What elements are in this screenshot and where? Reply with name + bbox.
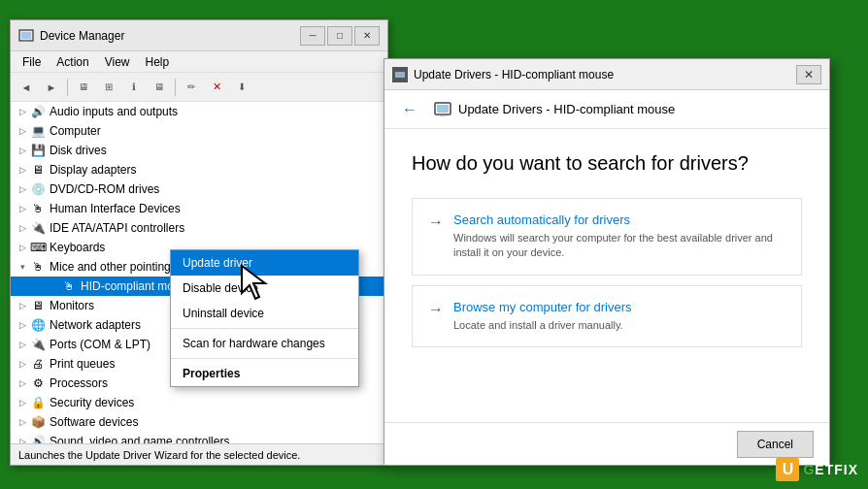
toolbar-btn4[interactable]: 🖥 [148,77,171,98]
item-icon: ⚙ [30,375,46,391]
expand-icon: ▷ [15,220,30,236]
expand-icon: ▷ [15,337,30,352]
list-item[interactable]: ▷ 💾 Disk drives [11,141,387,160]
expand-icon: ▷ [15,104,30,119]
expand-icon: ▷ [15,395,30,410]
item-icon: 📦 [30,414,46,430]
item-icon: ⌨ [30,240,46,255]
list-item[interactable]: ▷ 🖱 Human Interface Devices [11,199,387,218]
dialog-close-button[interactable]: ✕ [796,65,821,84]
context-menu-properties[interactable]: Properties [171,361,358,386]
dialog-footer: Cancel [384,422,829,465]
context-menu-update-driver[interactable]: Update driver [171,250,358,276]
option2-title: Browse my computer for drivers [453,300,785,314]
dialog-title-icon [392,67,408,82]
menu-file[interactable]: File [15,53,49,71]
list-item[interactable]: ▷ 💿 DVD/CD-ROM drives [11,179,387,199]
toolbar-btn5[interactable]: ✏ [180,77,203,98]
device-manager-window: Device Manager ─ □ ✕ File Action View He… [10,19,388,466]
menu-action[interactable]: Action [49,53,96,71]
toolbar-btn6[interactable]: ✕ [205,77,228,98]
expand-icon: ▷ [15,375,30,391]
dialog-title: Update Drivers - HID-compliant mouse [414,68,796,82]
item-icon: 🖨 [30,356,46,372]
item-icon: 🖥 [30,162,46,178]
toolbar: ◄ ► 🖥 ⊞ ℹ 🖥 ✏ ✕ ⬇ [11,73,387,102]
list-item[interactable]: ▷ 📦 Software devices [11,412,387,432]
update-drivers-dialog: Update Drivers - HID-compliant mouse ✕ ←… [384,58,830,466]
cancel-button[interactable]: Cancel [737,431,814,458]
device-manager-icon [18,28,34,44]
item-icon: 🌐 [30,317,46,333]
dialog-title-bar: Update Drivers - HID-compliant mouse ✕ [384,59,829,90]
option1-arrow-icon: → [428,213,444,231]
toolbar-btn1[interactable]: 🖥 [72,77,95,98]
watermark-letter: U [776,458,799,481]
window-title: Device Manager [40,29,300,43]
expand-icon: ▷ [15,317,30,333]
status-bar: Launches the Update Driver Wizard for th… [11,443,387,465]
dialog-content: How do you want to search for drivers? →… [384,129,829,380]
list-item[interactable]: ▷ 🔒 Security devices [11,393,387,412]
menu-help[interactable]: Help [138,53,178,71]
expand-icon: ▷ [15,162,30,178]
item-icon: 💿 [30,181,46,197]
nav-title-area: Update Drivers - HID-compliant mouse [433,100,675,119]
expand-icon: ▷ [15,356,30,372]
context-menu-separator [171,328,358,329]
maximize-button[interactable]: □ [327,26,352,46]
toolbar-btn3[interactable]: ℹ [122,77,146,98]
option1-text: Search automatically for drivers Windows… [453,212,785,261]
context-menu-disable-device[interactable]: Disable device [171,276,358,301]
list-item[interactable]: ▷ 🔊 Sound, video and game controllers [11,432,387,443]
watermark-text: GETFIX [803,462,858,477]
browse-computer-option[interactable]: → Browse my computer for drivers Locate … [412,285,802,347]
list-item[interactable]: ▷ 💻 Computer [11,121,387,141]
list-item[interactable]: ▷ 🖥 Display adapters [11,160,387,179]
back-arrow-icon: ← [402,101,417,118]
item-icon: 🖱 [61,278,77,294]
dialog-back-button[interactable]: ← [396,96,423,123]
close-button[interactable]: ✕ [354,26,380,46]
expand-icon: ▷ [15,240,30,255]
item-icon: 🖱 [30,201,46,216]
window-controls: ─ □ ✕ [300,26,380,46]
toolbar-forward[interactable]: ► [40,77,63,98]
dialog-nav-title: Update Drivers - HID-compliant mouse [458,102,675,116]
status-text: Launches the Update Driver Wizard for th… [18,449,300,461]
toolbar-btn2[interactable]: ⊞ [97,77,120,98]
toolbar-back[interactable]: ◄ [15,77,38,98]
toolbar-btn7[interactable]: ⬇ [230,77,253,98]
expand-icon: ▷ [15,123,30,139]
search-automatically-option[interactable]: → Search automatically for drivers Windo… [412,198,802,276]
svg-rect-8 [440,114,446,116]
expand-icon: ▷ [15,201,30,216]
nav-device-icon [433,100,452,119]
svg-rect-7 [437,105,449,113]
context-menu-scan-hardware[interactable]: Scan for hardware changes [171,331,358,356]
menu-bar: File Action View Help [11,51,387,73]
expand-icon: ▷ [15,434,30,443]
item-icon: 🖱 [30,259,46,275]
expand-icon [46,278,61,294]
expand-icon: ▷ [15,414,30,430]
item-icon: 🔌 [30,220,46,236]
option1-desc: Windows will search your computer for th… [453,231,785,261]
svg-rect-5 [395,72,405,78]
context-menu-uninstall-device[interactable]: Uninstall device [171,301,358,326]
menu-view[interactable]: View [97,53,138,71]
watermark-g: G [803,462,815,477]
option2-arrow-icon: → [428,301,444,318]
list-item[interactable]: ▷ 🔊 Audio inputs and outputs [11,102,387,121]
list-item[interactable]: ▷ 🔌 IDE ATA/ATAPI controllers [11,218,387,238]
item-icon: 🔌 [30,337,46,352]
dialog-nav: ← Update Drivers - HID-compliant mouse [384,90,829,129]
expand-icon: ▾ [15,259,30,275]
expand-icon: ▷ [15,181,30,197]
item-icon: 💻 [30,123,46,139]
item-icon: 💾 [30,143,46,158]
watermark: U GETFIX [776,458,858,481]
svg-rect-2 [23,41,29,42]
svg-rect-1 [21,32,31,39]
minimize-button[interactable]: ─ [300,26,325,46]
